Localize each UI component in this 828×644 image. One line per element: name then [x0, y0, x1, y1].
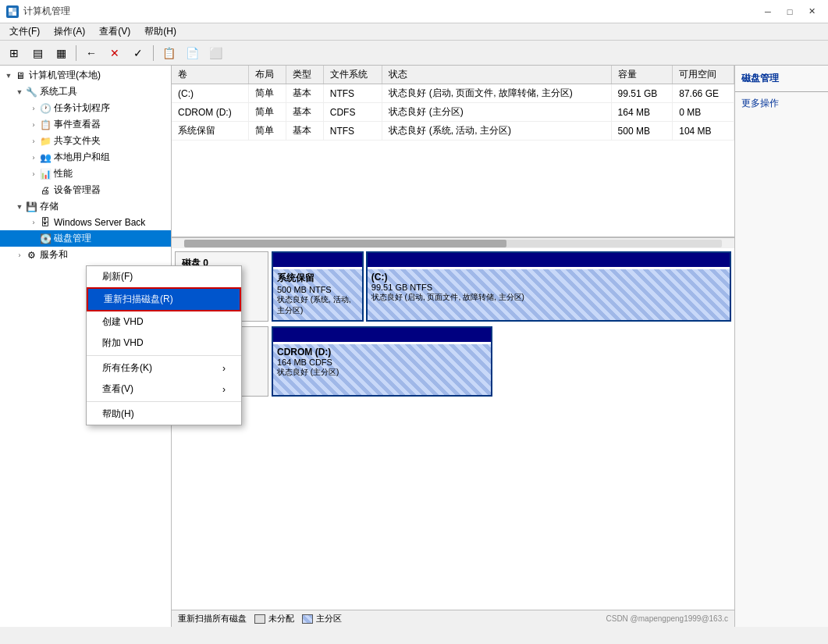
tree-services[interactable]: › ⚙ 服务和: [0, 247, 171, 263]
toolbar-btn-2[interactable]: ▤: [27, 43, 48, 63]
ctx-rescan[interactable]: 重新扫描磁盘(R): [87, 287, 241, 311]
tree-wsb-label: Windows Server Back: [54, 217, 145, 228]
maximize-button[interactable]: □: [780, 4, 800, 20]
tree-storage[interactable]: ▼ 💾 存储: [0, 198, 171, 215]
scroll-thumb: [184, 240, 506, 247]
tree-toggle-perf: ›: [28, 170, 39, 178]
disk0-c-partition[interactable]: (C:) 99.51 GB NTFS 状态良好 (启动, 页面文件, 故障转储,…: [366, 251, 731, 322]
table-cell-vol: 系统保留: [172, 122, 249, 141]
tree-toggle-event: ›: [28, 121, 39, 129]
legend-unallocated-box: [254, 614, 265, 624]
tree-device-manager[interactable]: 🖨 设备管理器: [0, 182, 171, 198]
ctx-view[interactable]: 查看(V) ›: [87, 379, 241, 400]
backup-icon: 🗄: [39, 216, 52, 229]
toolbar-btn-7[interactable]: 📄: [181, 43, 203, 63]
col-capacity: 容量: [611, 66, 673, 84]
toolbar-btn-8[interactable]: ⬜: [204, 43, 226, 63]
device-icon: 🖨: [39, 184, 52, 197]
minimize-button[interactable]: ─: [758, 4, 778, 20]
tree-root[interactable]: ▼ 🖥 计算机管理(本地): [0, 67, 171, 84]
tree-system-tools[interactable]: ▼ 🔧 系统工具: [0, 84, 171, 100]
table-row[interactable]: CDROM (D:)简单基本CDFS状态良好 (主分区)164 MB0 MB: [172, 103, 734, 122]
svg-rect-1: [12, 8, 16, 12]
tree-disk-mgmt[interactable]: 💽 磁盘管理: [0, 230, 171, 247]
toolbar-btn-5[interactable]: ✓: [127, 43, 149, 63]
tree-toggle-wsb: ›: [28, 219, 39, 226]
horiz-scrollbar[interactable]: [172, 237, 734, 248]
toolbar-btn-delete[interactable]: ✕: [104, 43, 126, 63]
menu-bar: 文件(F) 操作(A) 查看(V) 帮助(H): [0, 23, 828, 41]
toolbar-sep-1: [76, 45, 76, 61]
actions-disk-mgmt[interactable]: 磁盘管理: [735, 69, 828, 88]
ctx-view-arrow: ›: [222, 384, 226, 395]
cdrom0-part-status: 状态良好 (主分区): [277, 367, 487, 378]
ctx-all-tasks[interactable]: 所有任务(K) ›: [87, 358, 241, 379]
tree-root-label: 计算机管理(本地): [29, 69, 101, 82]
tree-toggle-task: ›: [28, 105, 39, 112]
svg-rect-3: [12, 12, 16, 16]
users-icon: 👥: [39, 151, 52, 164]
ctx-attach-vhd[interactable]: 附加 VHD: [87, 333, 241, 354]
tree-toggle-services: ›: [14, 251, 25, 259]
cdrom0-partition[interactable]: CDROM (D:) 164 MB CDFS 状态良好 (主分区): [272, 326, 492, 397]
menu-help[interactable]: 帮助(H): [138, 23, 183, 40]
toolbar-btn-4[interactable]: ←: [80, 43, 102, 63]
menu-action[interactable]: 操作(A): [48, 23, 91, 40]
ctx-help[interactable]: 帮助(H): [87, 404, 241, 425]
tree-event-viewer[interactable]: › 📋 事件查看器: [0, 116, 171, 133]
toolbar-sep-2: [153, 45, 154, 61]
disk0-row: 磁盘 0 基本 100.00 GB 联机 系统保留 500 MB NTFS 状态…: [175, 251, 731, 322]
tree-windows-server-back[interactable]: › 🗄 Windows Server Back: [0, 215, 171, 230]
status-bar: 重新扫描所有磁盘 未分配 主分区 CSDN @mapengpeng1999@16…: [172, 610, 734, 627]
actions-panel: 磁盘管理 更多操作: [734, 66, 828, 627]
cdrom0-part-size: 164 MB CDFS: [277, 358, 487, 367]
toolbar-btn-6[interactable]: 📋: [158, 43, 179, 63]
tree-system-tools-label: 系统工具: [40, 85, 77, 98]
title-bar-left: 计算机管理: [6, 5, 70, 18]
legend-unallocated: 未分配: [254, 613, 294, 624]
tree-local-users-label: 本地用户和组: [54, 151, 110, 164]
tree-performance-label: 性能: [54, 167, 73, 180]
col-status: 状态: [382, 66, 611, 84]
disk-visual-area: 磁盘 0 基本 100.00 GB 联机 系统保留 500 MB NTFS 状态…: [172, 248, 734, 610]
cdrom0-partitions: CDROM (D:) 164 MB CDFS 状态良好 (主分区): [272, 326, 731, 397]
actions-more[interactable]: 更多操作: [735, 95, 828, 112]
menu-view[interactable]: 查看(V): [93, 23, 137, 40]
tree-local-users[interactable]: › 👥 本地用户和组: [0, 149, 171, 165]
disk-mgmt-icon: 💽: [39, 233, 52, 245]
col-layout: 布局: [249, 66, 286, 84]
tree-toggle-storage: ▼: [14, 203, 25, 211]
tree-task-scheduler[interactable]: › 🕐 任务计划程序: [0, 100, 171, 116]
clock-icon: 🕐: [39, 102, 52, 115]
ctx-sep-2: [87, 401, 241, 402]
ctx-all-tasks-arrow: ›: [222, 363, 226, 374]
tree-performance[interactable]: › 📊 性能: [0, 165, 171, 182]
services-icon: ⚙: [25, 249, 37, 262]
toolbar-btn-3[interactable]: ▦: [50, 43, 72, 63]
close-button[interactable]: ✕: [801, 4, 822, 20]
legend-primary-label: 主分区: [316, 613, 342, 624]
disk0-partitions: 系统保留 500 MB NTFS 状态良好 (系统, 活动, 主分区) (C:)…: [272, 251, 731, 322]
title-bar: 计算机管理 ─ □ ✕: [0, 0, 828, 23]
tree-toggle-shared: ›: [28, 137, 39, 145]
disk-table-area: 卷 布局 类型 文件系统 状态 容量 可用空间 (C:)简单基本NTFS状态良好…: [172, 66, 734, 237]
cdrom0-row: 💿 CD-ROM 0 CD-ROM 164 MB 联机 CDROM (D:) 1…: [175, 326, 731, 397]
disk0-sys-partition[interactable]: 系统保留 500 MB NTFS 状态良好 (系统, 活动, 主分区): [272, 251, 364, 322]
menu-file[interactable]: 文件(F): [3, 23, 46, 40]
toolbar-btn-1[interactable]: ⊞: [3, 43, 25, 63]
window-controls: ─ □ ✕: [758, 4, 822, 20]
ctx-refresh[interactable]: 刷新(F): [87, 266, 241, 287]
legend-primary-box: [302, 614, 313, 624]
ctx-sep-1: [87, 355, 241, 356]
table-row[interactable]: 系统保留简单基本NTFS状态良好 (系统, 活动, 主分区)500 MB104 …: [172, 122, 734, 141]
tree-shared-folders[interactable]: › 📁 共享文件夹: [0, 133, 171, 149]
tools-icon: 🔧: [25, 86, 37, 98]
table-row[interactable]: (C:)简单基本NTFS状态良好 (启动, 页面文件, 故障转储, 主分区)99…: [172, 84, 734, 103]
status-legend: 重新扫描所有磁盘 未分配 主分区: [178, 613, 342, 624]
ctx-create-vhd[interactable]: 创建 VHD: [87, 311, 241, 333]
ctx-rescan-label: 重新扫描磁盘(R): [104, 293, 173, 306]
col-vol: 卷: [172, 66, 249, 84]
svg-rect-0: [9, 8, 12, 12]
right-panel: 卷 布局 类型 文件系统 状态 容量 可用空间 (C:)简单基本NTFS状态良好…: [172, 66, 734, 627]
folder-icon: 📁: [39, 135, 52, 148]
